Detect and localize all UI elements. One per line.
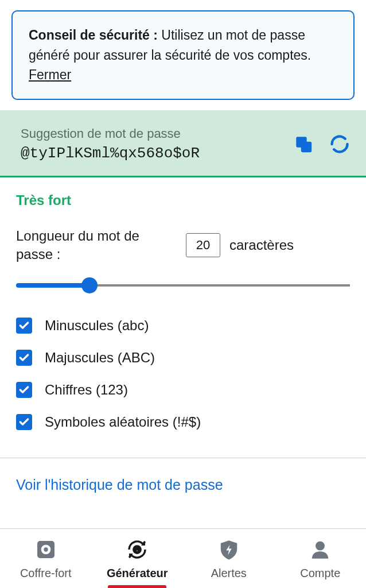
slider-fill	[16, 283, 89, 288]
tab-alerts-label: Alertes	[211, 567, 247, 580]
svg-point-4	[44, 547, 48, 551]
vault-icon	[34, 538, 57, 561]
length-input[interactable]	[186, 233, 220, 257]
tab-alerts[interactable]: Alertes	[183, 529, 275, 588]
length-label: Longueur du mot de passe :	[16, 227, 177, 264]
option-uppercase: Majuscules (ABC)	[16, 342, 350, 374]
tab-account-label: Compte	[300, 567, 340, 580]
suggestion-label: Suggestion de mot de passe	[21, 126, 285, 141]
slider-thumb[interactable]	[81, 277, 98, 293]
svg-rect-1	[301, 141, 312, 152]
checkbox-lowercase[interactable]	[16, 318, 32, 334]
svg-point-8	[316, 541, 325, 551]
copy-icon[interactable]	[294, 134, 313, 154]
password-suggestion-panel: Suggestion de mot de passe @tyIPlKSml%qx…	[0, 110, 366, 177]
refresh-icon[interactable]	[329, 134, 350, 154]
tab-generator-label: Générateur	[107, 567, 168, 580]
security-tip-banner: Conseil de sécurité : Utilisez un mot de…	[11, 10, 355, 100]
length-row: Longueur du mot de passe : caractères	[0, 215, 366, 270]
alerts-icon	[218, 538, 240, 561]
svg-rect-7	[136, 550, 139, 552]
generator-icon	[125, 538, 149, 561]
strength-label: Très fort	[0, 177, 366, 215]
option-digits-label: Chiffres (123)	[45, 382, 128, 398]
checkbox-symbols[interactable]	[16, 414, 32, 430]
checkbox-uppercase[interactable]	[16, 350, 32, 366]
tab-account[interactable]: Compte	[275, 529, 367, 588]
bottom-tabbar: Coffre-fort Générateur Alertes	[0, 528, 366, 588]
tip-close-link[interactable]: Fermer	[29, 67, 71, 82]
option-symbols-label: Symboles aléatoires (!#$)	[45, 414, 201, 430]
view-history-link[interactable]: Voir l'historique de mot de passe	[0, 458, 366, 512]
options-list: Minuscules (abc) Majuscules (ABC) Chiffr…	[0, 307, 366, 454]
option-lowercase-label: Minuscules (abc)	[45, 318, 149, 334]
length-unit: caractères	[229, 237, 294, 253]
tip-strong: Conseil de sécurité :	[29, 28, 158, 42]
account-icon	[309, 538, 331, 561]
option-lowercase: Minuscules (abc)	[16, 310, 350, 342]
tab-vault-label: Coffre-fort	[20, 567, 72, 580]
length-slider[interactable]	[16, 276, 350, 295]
option-digits: Chiffres (123)	[16, 374, 350, 406]
tab-vault[interactable]: Coffre-fort	[0, 529, 92, 588]
option-symbols: Symboles aléatoires (!#$)	[16, 406, 350, 438]
option-uppercase-label: Majuscules (ABC)	[45, 350, 155, 366]
tab-generator[interactable]: Générateur	[92, 529, 184, 588]
generated-password: @tyIPlKSml%qx568o$oR	[21, 145, 285, 162]
checkbox-digits[interactable]	[16, 382, 32, 398]
